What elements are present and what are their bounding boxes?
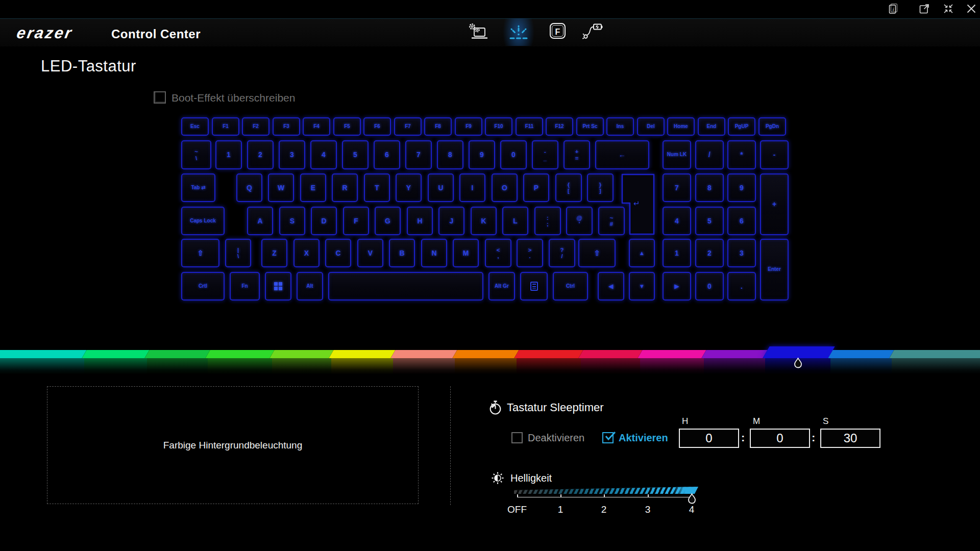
key-m[interactable]: M <box>453 239 479 267</box>
key-o[interactable]: O <box>492 173 518 202</box>
tab-system[interactable] <box>460 18 494 46</box>
brightness-level-1[interactable]: 1 <box>558 504 564 515</box>
brightness-level-3[interactable]: 3 <box>645 504 651 515</box>
key-ctrl-left[interactable]: Crtl <box>181 272 225 300</box>
key-menu[interactable] <box>520 272 548 300</box>
seconds-input[interactable] <box>820 429 880 448</box>
key-6[interactable]: 6 <box>374 140 400 169</box>
color-segment[interactable] <box>205 350 274 358</box>
key-f10[interactable]: F10 <box>485 117 512 136</box>
brightness-level-4[interactable]: 4 <box>689 504 695 515</box>
key-y[interactable]: Y <box>396 173 422 202</box>
color-segment-selected[interactable] <box>763 346 835 358</box>
key-f5[interactable]: F5 <box>333 117 361 136</box>
key-alt-gr[interactable]: Alt Gr <box>488 272 515 300</box>
key-p[interactable]: P <box>523 173 549 202</box>
boot-override-label[interactable]: Boot-Effekt überschreiben <box>172 92 295 104</box>
key-backspace[interactable]: ← <box>595 140 649 169</box>
key-x[interactable]: X <box>293 239 320 267</box>
boot-override-checkbox[interactable] <box>154 91 166 104</box>
activate-label[interactable]: Aktivieren <box>619 432 668 444</box>
key-arrow-up[interactable]: ▲ <box>629 239 655 267</box>
hours-input[interactable] <box>679 429 739 448</box>
key-caps-lock[interactable]: Caps Lock <box>181 207 225 235</box>
key-pgdn[interactable]: PgDn <box>758 117 786 136</box>
key-numpad-0[interactable]: 0 <box>695 272 724 300</box>
key-numpad-4[interactable]: 4 <box>663 207 691 235</box>
key-num-lock[interactable]: Num LK <box>663 140 691 169</box>
activate-checkbox[interactable] <box>602 432 614 443</box>
deactivate-label[interactable]: Deaktivieren <box>528 432 584 444</box>
key-numpad-8[interactable]: 8 <box>695 173 724 202</box>
key-n[interactable]: N <box>421 239 447 267</box>
key-at-quote[interactable]: @ ' <box>566 207 593 235</box>
key-bracket-open[interactable]: { [ <box>555 173 582 202</box>
tab-led-keyboard[interactable] <box>502 18 535 46</box>
color-segment[interactable] <box>329 350 395 358</box>
key-space[interactable] <box>328 272 483 300</box>
key-3[interactable]: 3 <box>279 140 305 169</box>
tab-function-keys[interactable]: F <box>541 18 574 46</box>
brightness-level-2[interactable]: 2 <box>601 504 607 515</box>
color-segment[interactable] <box>828 350 894 358</box>
key-f3[interactable]: F3 <box>273 117 300 136</box>
color-segment[interactable] <box>144 350 210 358</box>
key-v[interactable]: V <box>357 239 383 267</box>
key-t[interactable]: T <box>364 173 390 202</box>
key-pipe-backslash[interactable]: | \ <box>225 239 251 267</box>
key-esc[interactable]: Esc <box>181 117 209 136</box>
color-marker-handle[interactable] <box>794 358 802 368</box>
key-question-slash[interactable]: ? / <box>549 239 575 267</box>
key-numpad-divide[interactable]: / <box>695 140 724 169</box>
key-h[interactable]: H <box>407 207 433 235</box>
key-w[interactable]: W <box>268 173 294 202</box>
key-s[interactable]: S <box>279 207 305 235</box>
key-4[interactable]: 4 <box>310 140 337 169</box>
key-plus-equals[interactable]: + = <box>564 140 590 169</box>
tab-power[interactable] <box>576 18 609 46</box>
color-segment[interactable] <box>701 350 767 358</box>
color-segment[interactable] <box>889 350 980 358</box>
color-segment[interactable] <box>578 350 642 358</box>
key-arrow-down[interactable]: ▼ <box>629 272 655 300</box>
key-less-comma[interactable]: < , <box>485 239 511 267</box>
minutes-input[interactable] <box>750 429 810 448</box>
key-shift-left[interactable]: ⇧ <box>181 239 219 267</box>
key-numpad-9[interactable]: 9 <box>727 173 756 202</box>
key-2[interactable]: 2 <box>247 140 274 169</box>
key-f2[interactable]: F2 <box>242 117 270 136</box>
key-shift-right[interactable]: ⇧ <box>578 239 616 267</box>
key-bracket-close[interactable]: } ] <box>587 173 614 202</box>
key-tilde-backquote[interactable]: ~ \ <box>181 140 211 169</box>
maximize-button[interactable] <box>915 1 934 16</box>
key-i[interactable]: I <box>459 173 485 202</box>
key-numpad-1[interactable]: 1 <box>663 239 691 267</box>
close-button[interactable] <box>962 1 980 16</box>
key-enter[interactable]: ↵ <box>621 173 655 235</box>
key-numpad-period[interactable]: . <box>727 272 756 300</box>
color-segment[interactable] <box>0 350 87 358</box>
key-q[interactable]: Q <box>236 173 262 202</box>
key-numpad-3[interactable]: 3 <box>727 239 756 267</box>
key-windows[interactable] <box>265 272 291 300</box>
collapse-button[interactable] <box>939 1 958 16</box>
key-numpad-6[interactable]: 6 <box>727 207 756 235</box>
key-numpad-7[interactable]: 7 <box>663 173 691 202</box>
color-segment[interactable] <box>514 350 583 358</box>
deactivate-checkbox[interactable] <box>511 432 523 443</box>
key-tilde-hash[interactable]: ~ # <box>598 207 625 235</box>
brightness-marker-handle[interactable] <box>688 493 696 504</box>
key-1[interactable]: 1 <box>215 140 242 169</box>
key-numpad-multiply[interactable]: * <box>727 140 756 169</box>
key-f7[interactable]: F7 <box>394 117 422 136</box>
key-u[interactable]: U <box>428 173 454 202</box>
color-segment[interactable] <box>82 350 149 358</box>
key-minus-underscore[interactable]: - _ <box>532 140 558 169</box>
key-g[interactable]: G <box>375 207 401 235</box>
key-del[interactable]: Del <box>637 117 665 136</box>
key-tab[interactable]: Tab ⇄ <box>181 173 215 202</box>
key-f11[interactable]: F11 <box>516 117 543 136</box>
key-alt[interactable]: Alt <box>297 272 323 300</box>
key-pgup[interactable]: PgUP <box>728 117 755 136</box>
key-f6[interactable]: F6 <box>363 117 391 136</box>
